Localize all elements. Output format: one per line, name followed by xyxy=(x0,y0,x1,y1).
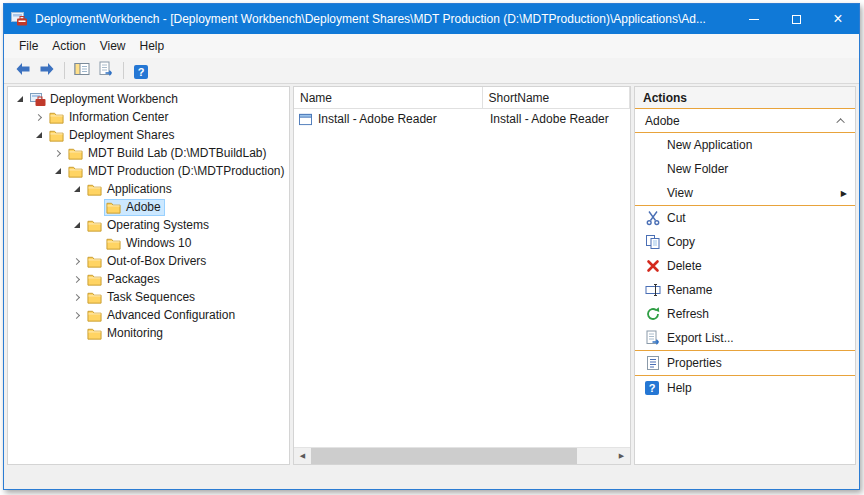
tree-item-advanced-configuration[interactable]: Advanced Configuration xyxy=(8,306,289,324)
tree-node[interactable]: Adobe xyxy=(104,199,165,216)
folder-icon xyxy=(106,201,122,214)
collapse-chevron-icon[interactable] xyxy=(50,163,66,179)
action-item-label: View xyxy=(667,186,693,200)
tree-item-out-of-box-drivers[interactable]: Out-of-Box Drivers xyxy=(8,252,289,270)
minimize-button[interactable] xyxy=(733,4,775,34)
action-item-refresh[interactable]: Refresh xyxy=(635,302,855,326)
window-title: DeploymentWorkbench - [Deployment Workbe… xyxy=(35,12,733,26)
back-button[interactable] xyxy=(12,60,34,82)
column-header-shortname[interactable]: ShortName xyxy=(483,87,630,108)
title-bar[interactable]: DeploymentWorkbench - [Deployment Workbe… xyxy=(4,4,859,34)
tree-node[interactable]: Monitoring xyxy=(85,325,167,342)
status-bar xyxy=(4,467,859,489)
scroll-left-button[interactable]: ◀ xyxy=(294,448,311,464)
menu-item-help[interactable]: Help xyxy=(133,36,172,56)
expand-chevron-icon[interactable] xyxy=(50,145,66,161)
action-item-new-application[interactable]: New Application xyxy=(635,133,855,157)
action-item-label: Copy xyxy=(667,235,695,249)
tree-node[interactable]: Operating Systems xyxy=(85,217,213,234)
cell-text: Install - Adobe Reader xyxy=(490,112,609,126)
scroll-right-button[interactable]: ▶ xyxy=(613,448,630,464)
scroll-thumb[interactable] xyxy=(311,448,577,464)
expand-chevron-icon[interactable] xyxy=(69,271,85,287)
collapse-chevron-icon[interactable] xyxy=(31,127,47,143)
collapse-chevron-icon[interactable] xyxy=(69,217,85,233)
tree-node[interactable]: Windows 10 xyxy=(104,235,195,252)
action-item-help[interactable]: ?Help xyxy=(635,376,855,400)
tree-node[interactable]: Task Sequences xyxy=(85,289,199,306)
folder-icon xyxy=(49,111,65,124)
action-item-new-folder[interactable]: New Folder xyxy=(635,157,855,181)
scroll-track[interactable] xyxy=(311,448,613,464)
tree-item-packages[interactable]: Packages xyxy=(8,270,289,288)
tree-item-deployment-workbench[interactable]: Deployment Workbench xyxy=(8,90,289,108)
name-cell: Install - Adobe Reader xyxy=(294,112,486,126)
app-window: DeploymentWorkbench - [Deployment Workbe… xyxy=(3,3,860,490)
close-button[interactable]: × xyxy=(817,4,859,34)
action-item-export-list[interactable]: Export List... xyxy=(635,326,855,350)
action-group-adobe[interactable]: Adobe xyxy=(635,109,855,133)
list-header: NameShortName xyxy=(294,87,630,109)
collapse-group-icon[interactable] xyxy=(836,118,844,126)
expand-chevron-icon[interactable] xyxy=(69,307,85,323)
minimize-icon xyxy=(749,19,759,20)
column-header-name[interactable]: Name xyxy=(294,87,483,108)
expand-chevron-icon[interactable] xyxy=(69,289,85,305)
collapse-chevron-icon[interactable] xyxy=(12,91,28,107)
tree-item-task-sequences[interactable]: Task Sequences xyxy=(8,288,289,306)
show-hide-console-tree-button[interactable] xyxy=(71,60,93,82)
copy-icon xyxy=(645,234,667,250)
horizontal-scrollbar[interactable]: ◀ ▶ xyxy=(294,447,630,464)
cell-text: Install - Adobe Reader xyxy=(318,112,437,126)
collapse-chevron-icon[interactable] xyxy=(69,181,85,197)
tree-item-mdt-production-d-mdtproduction[interactable]: MDT Production (D:\MDTProduction) xyxy=(8,162,289,180)
action-item-label: Rename xyxy=(667,283,712,297)
tree-item-windows-10[interactable]: Windows 10 xyxy=(8,234,289,252)
tree-node[interactable]: MDT Build Lab (D:\MDTBuildLab) xyxy=(66,145,271,162)
tree-item-mdt-build-lab-d-mdtbuildlab[interactable]: MDT Build Lab (D:\MDTBuildLab) xyxy=(8,144,289,162)
action-item-cut[interactable]: Cut xyxy=(635,206,855,230)
folder-icon xyxy=(87,273,103,286)
tree-node[interactable]: Applications xyxy=(85,181,176,198)
tree-node[interactable]: Information Center xyxy=(47,109,172,126)
tree-item-operating-systems[interactable]: Operating Systems xyxy=(8,216,289,234)
menu-item-view[interactable]: View xyxy=(93,36,133,56)
tree-item-label: Deployment Workbench xyxy=(50,92,178,106)
export-list-button[interactable] xyxy=(95,60,117,82)
submenu-arrow-icon: ▶ xyxy=(841,189,847,198)
tree-item-adobe[interactable]: Adobe xyxy=(8,198,289,216)
tree-item-applications[interactable]: Applications xyxy=(8,180,289,198)
action-item-view[interactable]: View▶ xyxy=(635,181,855,205)
action-item-copy[interactable]: Copy xyxy=(635,230,855,254)
menu-item-file[interactable]: File xyxy=(12,36,45,56)
list-body: Install - Adobe ReaderInstall - Adobe Re… xyxy=(294,109,630,129)
tree-node[interactable]: Out-of-Box Drivers xyxy=(85,253,210,270)
action-item-label: Properties xyxy=(667,356,722,370)
action-item-delete[interactable]: Delete xyxy=(635,254,855,278)
action-item-properties[interactable]: Properties xyxy=(635,351,855,375)
tree-node[interactable]: Advanced Configuration xyxy=(85,307,239,324)
tree-item-monitoring[interactable]: Monitoring xyxy=(8,324,289,342)
tree-item-information-center[interactable]: Information Center xyxy=(8,108,289,126)
tree-node[interactable]: MDT Production (D:\MDTProduction) xyxy=(66,163,289,180)
folder-icon xyxy=(87,219,103,232)
maximize-button[interactable] xyxy=(775,4,817,34)
menu-bar: FileActionViewHelp xyxy=(4,34,859,58)
tree-item-label: Adobe xyxy=(126,200,161,214)
help-icon: ? xyxy=(134,62,148,80)
tree-item-deployment-shares[interactable]: Deployment Shares xyxy=(8,126,289,144)
menu-item-action[interactable]: Action xyxy=(45,36,92,56)
expand-chevron-icon[interactable] xyxy=(69,253,85,269)
tree-item-label: Packages xyxy=(107,272,160,286)
tree-item-label: Monitoring xyxy=(107,326,163,340)
expand-chevron-icon[interactable] xyxy=(31,109,47,125)
tree-node[interactable]: Deployment Shares xyxy=(47,127,178,144)
tree-node[interactable]: Packages xyxy=(85,271,164,288)
tree-node[interactable]: Deployment Workbench xyxy=(28,91,182,108)
list-row-install-adobe-reader[interactable]: Install - Adobe ReaderInstall - Adobe Re… xyxy=(294,109,630,129)
export-icon xyxy=(645,330,667,346)
forward-button[interactable] xyxy=(36,60,58,82)
rename-icon xyxy=(645,282,667,298)
action-item-rename[interactable]: Rename xyxy=(635,278,855,302)
help-button[interactable]: ? xyxy=(130,60,152,82)
